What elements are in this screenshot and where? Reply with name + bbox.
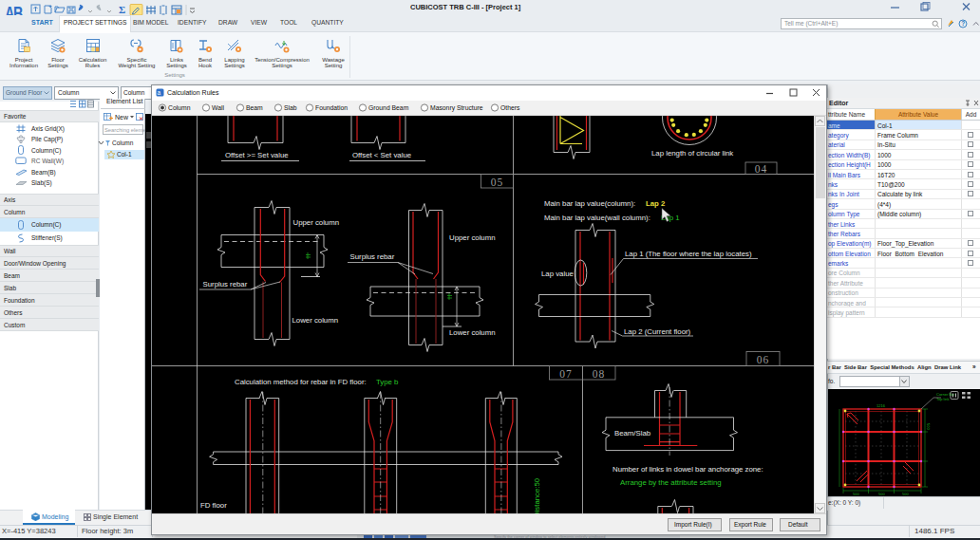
svg-text:05: 05 <box>491 177 504 188</box>
svg-text:Surplus rebar: Surplus rebar <box>350 252 395 261</box>
svg-text:Type b: Type b <box>376 378 399 386</box>
svg-text:Distance:50: Distance:50 <box>533 477 541 513</box>
svg-text:Σ: Σ <box>119 4 125 15</box>
svg-text:a: a <box>158 89 161 96</box>
svg-text:Lower column: Lower column <box>292 316 339 325</box>
svg-text:500: 500 <box>853 492 859 496</box>
svg-text:Surplus rebar: Surplus rebar <box>203 280 248 289</box>
svg-text:Number of links in dowel bar a: Number of links in dowel bar anchorage z… <box>612 465 763 474</box>
svg-text:Upper column: Upper column <box>449 233 496 242</box>
svg-text:Lap 1 (The floor where the lap: Lap 1 (The floor where the lap locates) <box>625 250 752 258</box>
svg-text:Foundation: Foundation <box>315 104 348 111</box>
svg-text:Lower column: Lower column <box>449 328 496 337</box>
svg-text:Lap length of circular link: Lap length of circular link <box>651 149 733 158</box>
svg-text:Beam/Slab: Beam/Slab <box>614 429 651 438</box>
svg-text:500: 500 <box>926 423 931 430</box>
svg-text:08: 08 <box>593 368 606 380</box>
svg-text:06: 06 <box>757 354 770 365</box>
svg-text:Main bar lap value(wall column: Main bar lap value(wall column): <box>544 214 650 222</box>
svg-text:Ground Beam: Ground Beam <box>368 104 409 111</box>
svg-text:Beam: Beam <box>246 104 263 111</box>
svg-text:Calculation method for rebar i: Calculation method for rebar in FD floor… <box>235 378 367 386</box>
svg-text:07: 07 <box>559 368 573 380</box>
svg-text:Offset < Set value: Offset < Set value <box>352 151 411 159</box>
svg-text:Offset >= Set value: Offset >= Set value <box>225 151 289 159</box>
svg-text:Wall: Wall <box>212 104 224 111</box>
svg-text:Lap 2: Lap 2 <box>646 199 666 208</box>
svg-text:1216: 1216 <box>876 403 886 408</box>
svg-text:New: New <box>115 114 129 121</box>
svg-text:Lap 2 (Current floor): Lap 2 (Current floor) <box>624 327 691 336</box>
svg-text:Arrange by the attribute setti: Arrange by the attribute setting <box>620 478 722 487</box>
svg-text:Masonry Structure: Masonry Structure <box>430 104 483 112</box>
svg-text:Column: Column <box>168 104 191 111</box>
svg-text:Main bar lap value(column):: Main bar lap value(column): <box>544 199 635 208</box>
svg-text:?: ? <box>961 20 965 27</box>
svg-text:500: 500 <box>878 492 885 496</box>
svg-text:04: 04 <box>755 163 768 175</box>
svg-text:Others: Others <box>500 104 520 111</box>
svg-text:Slab: Slab <box>284 104 297 111</box>
svg-text:500: 500 <box>902 492 909 496</box>
svg-text:Upper column: Upper column <box>293 218 340 227</box>
svg-text:Lap value: Lap value <box>541 270 574 278</box>
svg-text:FD floor: FD floor <box>200 501 227 510</box>
